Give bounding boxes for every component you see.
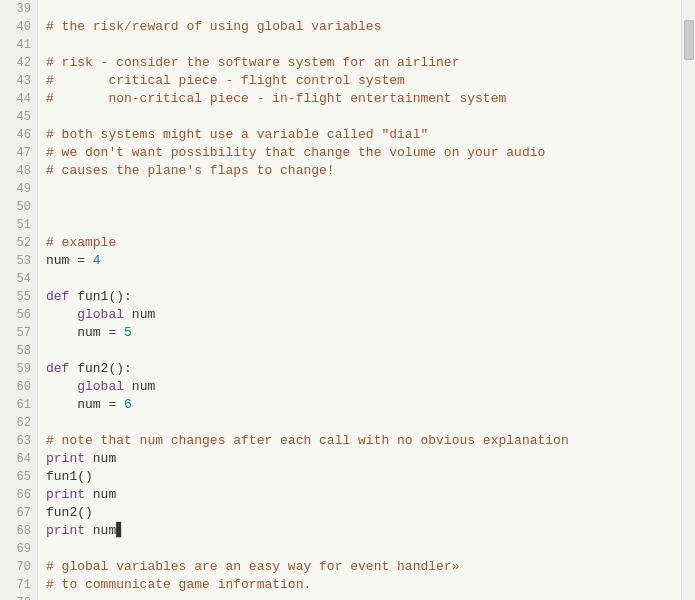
code-line bbox=[46, 0, 673, 18]
code-line bbox=[46, 342, 673, 360]
line-numbers: 3940414243444546474849505152535455565758… bbox=[0, 0, 38, 600]
code-line: # both systems might use a variable call… bbox=[46, 126, 673, 144]
line-number: 68 bbox=[0, 522, 37, 540]
line-number: 56 bbox=[0, 306, 37, 324]
line-number: 40 bbox=[0, 18, 37, 36]
code-line: # critical piece - flight control system bbox=[46, 72, 673, 90]
code-line bbox=[46, 540, 673, 558]
code-line bbox=[46, 270, 673, 288]
line-number: 67 bbox=[0, 504, 37, 522]
line-number: 70 bbox=[0, 558, 37, 576]
code-line: num = 6 bbox=[46, 396, 673, 414]
line-number: 45 bbox=[0, 108, 37, 126]
line-number: 54 bbox=[0, 270, 37, 288]
code-line bbox=[46, 594, 673, 600]
code-line: # we don't want possibility that change … bbox=[46, 144, 673, 162]
code-line: # to communicate game information. bbox=[46, 576, 673, 594]
line-number: 72 bbox=[0, 594, 37, 600]
line-number: 49 bbox=[0, 180, 37, 198]
code-line: def fun2(): bbox=[46, 360, 673, 378]
code-line bbox=[46, 36, 673, 54]
code-line bbox=[46, 180, 673, 198]
line-number: 58 bbox=[0, 342, 37, 360]
code-line: fun1() bbox=[46, 468, 673, 486]
line-number: 51 bbox=[0, 216, 37, 234]
code-line: global num bbox=[46, 306, 673, 324]
line-number: 62 bbox=[0, 414, 37, 432]
code-line: # the risk/reward of using global variab… bbox=[46, 18, 673, 36]
code-line: # example bbox=[46, 234, 673, 252]
line-number: 50 bbox=[0, 198, 37, 216]
line-number: 52 bbox=[0, 234, 37, 252]
line-number: 46 bbox=[0, 126, 37, 144]
editor-container: 3940414243444546474849505152535455565758… bbox=[0, 0, 695, 600]
code-line: def fun1(): bbox=[46, 288, 673, 306]
line-number: 66 bbox=[0, 486, 37, 504]
code-line: # note that num changes after each call … bbox=[46, 432, 673, 450]
line-number: 71 bbox=[0, 576, 37, 594]
code-line: num = 5 bbox=[46, 324, 673, 342]
line-number: 44 bbox=[0, 90, 37, 108]
line-number: 65 bbox=[0, 468, 37, 486]
code-line: global num bbox=[46, 378, 673, 396]
code-area[interactable]: # the risk/reward of using global variab… bbox=[38, 0, 681, 600]
code-line: print num bbox=[46, 486, 673, 504]
code-line: # global variables are an easy way for e… bbox=[46, 558, 673, 576]
line-number: 55 bbox=[0, 288, 37, 306]
line-number: 64 bbox=[0, 450, 37, 468]
line-number: 47 bbox=[0, 144, 37, 162]
line-number: 39 bbox=[0, 0, 37, 18]
line-number: 53 bbox=[0, 252, 37, 270]
code-line: print num▋ bbox=[46, 522, 673, 540]
code-line: fun2() bbox=[46, 504, 673, 522]
code-line: num = 4 bbox=[46, 252, 673, 270]
code-line bbox=[46, 108, 673, 126]
code-line: print num bbox=[46, 450, 673, 468]
line-number: 61 bbox=[0, 396, 37, 414]
scrollbar-thumb[interactable] bbox=[684, 20, 694, 60]
code-line: # non-critical piece - in-flight enterta… bbox=[46, 90, 673, 108]
code-line: # risk - consider the software system fo… bbox=[46, 54, 673, 72]
line-number: 59 bbox=[0, 360, 37, 378]
code-line bbox=[46, 198, 673, 216]
line-number: 48 bbox=[0, 162, 37, 180]
code-line bbox=[46, 216, 673, 234]
line-number: 57 bbox=[0, 324, 37, 342]
scrollbar[interactable] bbox=[681, 0, 695, 600]
line-number: 63 bbox=[0, 432, 37, 450]
line-number: 60 bbox=[0, 378, 37, 396]
line-number: 69 bbox=[0, 540, 37, 558]
line-number: 42 bbox=[0, 54, 37, 72]
line-number: 43 bbox=[0, 72, 37, 90]
code-line: # causes the plane's flaps to change! bbox=[46, 162, 673, 180]
code-line bbox=[46, 414, 673, 432]
line-number: 41 bbox=[0, 36, 37, 54]
